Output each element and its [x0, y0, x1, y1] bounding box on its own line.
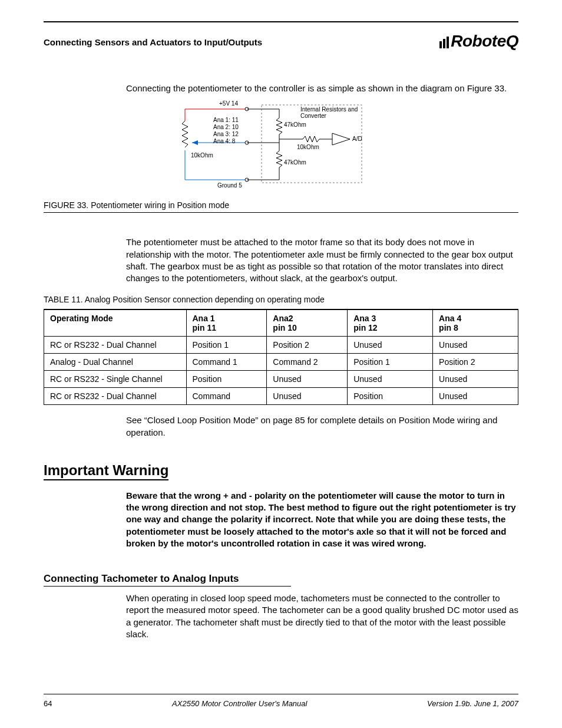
label-pot: 10kOhm	[191, 152, 213, 159]
version-text: Version 1.9b. June 1, 2007	[427, 699, 518, 708]
manual-title: AX2550 Motor Controller User's Manual	[172, 699, 307, 708]
label-ad: A/D	[352, 136, 362, 142]
label-internal: Internal Resistors and Converter	[300, 106, 359, 119]
th-ana4: Ana 4pin 8	[433, 309, 518, 337]
table-row: RC or RS232 - Dual ChannelPosition 1Posi…	[44, 337, 518, 354]
table-caption: TABLE 11. Analog Position Sensor connect…	[44, 295, 518, 304]
label-ground: Ground 5	[217, 182, 242, 189]
label-r-lower: 47kOhm	[284, 159, 306, 166]
analog-position-table: Operating Mode Ana 1pin 11 Ana2pin 10 An…	[44, 309, 518, 405]
warning-text: Beware that the wrong + and - polarity o…	[126, 490, 518, 549]
label-ana2: Ana 2: 10	[213, 124, 239, 130]
label-ana3: Ana 3: 12	[213, 131, 239, 137]
page-number: 64	[44, 699, 52, 708]
svg-marker-1	[192, 140, 198, 145]
section-title: Connecting Sensors and Actuators to Inpu…	[44, 37, 262, 47]
roboteq-logo: RoboteQ	[439, 33, 518, 50]
th-ana1: Ana 1pin 11	[186, 309, 267, 337]
intro-paragraph: Connecting the potentiometer to the cont…	[126, 83, 518, 94]
tach-paragraph: When operating in closed loop speed mode…	[126, 592, 518, 640]
th-mode: Operating Mode	[44, 309, 187, 337]
label-5v: +5V 14	[219, 100, 238, 107]
table-row: RC or RS232 - Dual ChannelCommandUnusedP…	[44, 388, 518, 405]
figure-caption: FIGURE 33. Potentiometer wiring in Posit…	[44, 200, 518, 210]
warning-heading: Important Warning	[44, 462, 168, 480]
figure-33-diagram: +5V 14 Ana 1: 11 Ana 2: 10 Ana 3: 12 Ana…	[44, 100, 518, 200]
label-r-mid: 10kOhm	[297, 144, 319, 150]
table-row: Analog - Dual ChannelCommand 1Command 2P…	[44, 354, 518, 371]
table-row: RC or RS232 - Single ChannelPositionUnus…	[44, 371, 518, 388]
th-ana2: Ana2pin 10	[267, 309, 348, 337]
logo-text: RoboteQ	[451, 33, 518, 50]
logo-bars-icon	[439, 37, 449, 48]
pot-paragraph: The potentiometer must be attached to th…	[126, 236, 518, 284]
see-paragraph: See “Closed Loop Position Mode” on page …	[126, 414, 518, 439]
table-header-row: Operating Mode Ana 1pin 11 Ana2pin 10 An…	[44, 309, 518, 337]
th-ana3: Ana 3pin 12	[348, 309, 433, 337]
label-ana4: Ana 4: 8	[213, 138, 235, 144]
page-footer: 64 AX2550 Motor Controller User's Manual…	[44, 694, 518, 708]
label-ana1: Ana 1: 11	[213, 117, 239, 123]
label-r-upper: 47kOhm	[284, 121, 306, 128]
tach-heading: Connecting Tachometer to Analog Inputs	[44, 573, 518, 585]
